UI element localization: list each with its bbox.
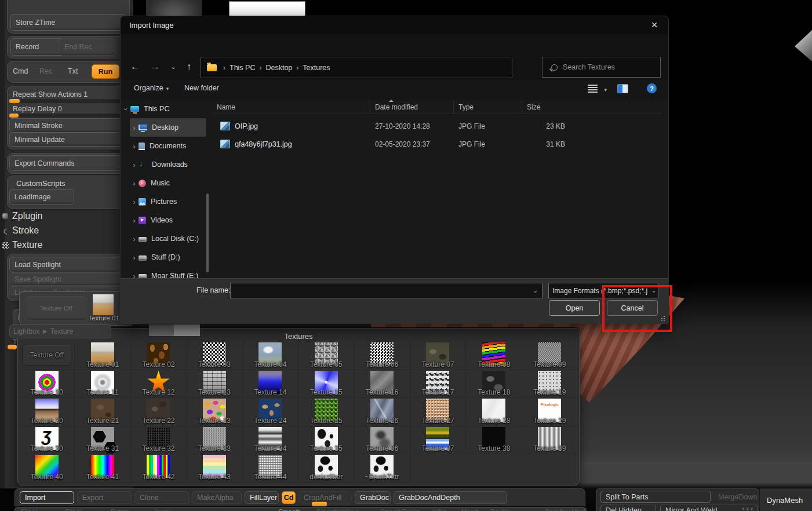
texture-swatch-cell[interactable]: Texture 26 — [354, 398, 410, 426]
texture-toolbar-button[interactable]: Clone — [134, 491, 189, 504]
replay-delay-slider[interactable] — [9, 114, 123, 118]
cmd-button[interactable]: Cmd — [13, 67, 28, 75]
palette-item[interactable]: Stroke — [1, 225, 39, 236]
view-list-caret-icon[interactable]: ▾ — [604, 87, 607, 93]
texture-swatch-cell[interactable]: Texture 11 — [75, 370, 130, 399]
deformation-button[interactable]: Smooth — [279, 508, 301, 511]
search-input[interactable]: Search Textures — [542, 57, 661, 78]
back-icon[interactable]: ← — [128, 60, 142, 74]
dialog-titlebar[interactable]: Import Image × — [121, 16, 668, 34]
texture-thumbnail[interactable] — [427, 455, 450, 478]
chevron-icon[interactable]: › — [130, 235, 139, 243]
deformation-button[interactable]: SmoothValleys — [316, 508, 359, 511]
texture-swatch-cell[interactable]: Texture 16 — [354, 370, 410, 399]
texture-swatch-cell[interactable]: Texture 15 — [298, 370, 354, 399]
mirror-and-weld-button[interactable]: Mirror And Weldx y z — [660, 505, 758, 511]
help-icon[interactable]: ? — [647, 83, 657, 93]
deformation-button[interactable]: Inflat — [432, 508, 446, 511]
repeat-show-actions-slider-fill[interactable] — [9, 99, 20, 103]
preview-pane-icon[interactable] — [617, 84, 628, 93]
texture-swatch-cell[interactable]: Texture 02 — [131, 342, 187, 370]
texture-swatch-cell[interactable]: Texture 35 — [298, 426, 354, 455]
texture-swatch-cell[interactable]: Texture 41 — [75, 454, 130, 483]
texture-toolbar-button[interactable]: MakeAlpha — [192, 491, 242, 504]
column-header[interactable]: Type — [454, 101, 522, 114]
alpha-thumbnail[interactable] — [146, 0, 202, 16]
end-rec-button[interactable]: End Rec — [59, 38, 116, 56]
texture-swatch-cell[interactable]: Texture 18 — [466, 370, 522, 399]
minimal-stroke-button[interactable]: Minimal Stroke — [9, 118, 133, 133]
deformation-button[interactable]: Rotate — [111, 508, 129, 511]
tree-item[interactable]: › Moar Stuff (E:) — [130, 267, 209, 279]
texture-thumbnail[interactable] — [538, 455, 562, 478]
texture-swatch-cell[interactable]: Texture 27 — [410, 398, 466, 426]
texture-toolbar-button[interactable]: Import — [20, 491, 74, 504]
chevron-icon[interactable]: › — [122, 105, 130, 114]
forward-icon[interactable]: → — [148, 60, 162, 74]
texture-swatch-cell[interactable]: Texture 13 — [187, 370, 242, 399]
texture-toolbar-button[interactable]: Cd — [282, 491, 296, 504]
save-spotlight-button[interactable]: Save Spotlight — [9, 272, 133, 286]
texture-swatch-cell[interactable]: Texture 36 — [354, 426, 410, 455]
texture-swatch-cell[interactable]: ~BrushTxtr — [354, 454, 410, 483]
tree-item[interactable]: › Music — [130, 174, 209, 192]
texture-swatch-cell[interactable]: Texture 19 — [522, 370, 578, 399]
texture-swatch-cell[interactable]: Texture Off — [19, 342, 75, 370]
texture-off-button[interactable]: Texture Off — [26, 296, 87, 320]
minimal-update-button[interactable]: Minimal Update — [9, 132, 133, 147]
dynamesh-label[interactable]: DynaMesh — [767, 496, 803, 505]
texture-toolbar-button[interactable]: GrabDoc — [355, 491, 391, 504]
deformation-button[interactable]: Flip V — [65, 508, 82, 511]
address-bar[interactable]: › This PC › Desktop › Textures — [201, 57, 512, 78]
file-name-combo[interactable]: ⌄ — [230, 283, 542, 298]
texture-swatch-cell[interactable]: Texture 31 — [75, 426, 130, 455]
up-icon[interactable]: ↑ — [182, 60, 196, 74]
scroll-handle-light[interactable] — [174, 324, 200, 336]
texture-01-thumbnail[interactable] — [93, 294, 114, 315]
tree-item[interactable]: › Stuff (D:) — [130, 248, 209, 267]
breadcrumb-segment[interactable]: › Desktop — [255, 64, 292, 72]
texture-swatch-cell[interactable]: Texture 21 — [75, 398, 130, 426]
file-name-caret-icon[interactable]: ⌄ — [529, 287, 542, 294]
texture-thumbnail[interactable] — [482, 455, 505, 478]
load-spotlight-button[interactable]: Load Spotlight — [9, 257, 133, 272]
file-name-input[interactable] — [231, 283, 529, 298]
deformation-button[interactable]: BackfaceMask — [545, 508, 587, 511]
txt-button[interactable]: Txt — [68, 67, 78, 75]
texture-swatch-cell[interactable]: Texture 38 — [466, 426, 522, 455]
replay-delay-slider-fill[interactable] — [9, 114, 19, 118]
texture-swatch-cell[interactable]: Texture 12 — [131, 370, 187, 399]
customscripts-header[interactable]: CustomScripts — [16, 179, 65, 188]
tree-item[interactable]: › Pictures — [130, 192, 209, 211]
texture-swatch-cell[interactable]: Texture 43 — [187, 454, 242, 483]
file-name-cell[interactable]: OIP.jpg — [212, 122, 370, 130]
tree-scrollbar[interactable] — [206, 194, 209, 272]
tree-item[interactable]: › Desktop — [130, 118, 206, 137]
chevron-icon[interactable]: › — [130, 123, 139, 132]
texture-swatch-cell[interactable]: Texture 25 — [298, 398, 354, 426]
chevron-icon[interactable]: › — [130, 253, 139, 262]
deformation-button[interactable]: Flip H — [21, 508, 38, 511]
chevron-icon[interactable]: › — [130, 216, 139, 225]
tree-item[interactable]: › Documents — [130, 137, 209, 155]
texture-toolbar-button[interactable]: Export — [77, 491, 132, 504]
tray-slider-handle[interactable] — [8, 345, 17, 349]
new-folder-button[interactable]: New folder — [184, 84, 219, 92]
texture-swatch-cell[interactable]: deniszliber — [298, 454, 354, 483]
texture-swatch-cell[interactable]: Texture 24 — [243, 398, 298, 426]
deformation-button[interactable]: SmoothPeaks — [380, 508, 420, 511]
xyz-axis-icons[interactable]: x y z — [742, 506, 753, 510]
close-icon[interactable]: × — [646, 17, 662, 32]
texture-toolbar-button[interactable]: FillLayer — [245, 491, 279, 504]
mergedown-button[interactable]: MergeDown — [718, 493, 757, 501]
tree-item[interactable]: › Videos — [130, 211, 209, 229]
repeat-show-actions-slider[interactable] — [9, 99, 123, 103]
file-row[interactable]: OIP.jpg 27-10-2020 14:28 JPG File 23 KB — [212, 117, 662, 135]
recent-locations-icon[interactable]: ⌄ — [166, 60, 180, 74]
column-header[interactable]: Size — [522, 101, 570, 114]
texture-swatch-cell[interactable]: Texture 39 — [522, 426, 578, 455]
texture-swatch-cell[interactable]: Texture 40 — [19, 454, 75, 483]
lightbox-texture-button[interactable]: Lightbox ► Texture — [9, 324, 111, 338]
rec-button[interactable]: Rec — [39, 67, 52, 75]
texture-swatch-cell[interactable]: Texture 04 — [243, 342, 298, 370]
